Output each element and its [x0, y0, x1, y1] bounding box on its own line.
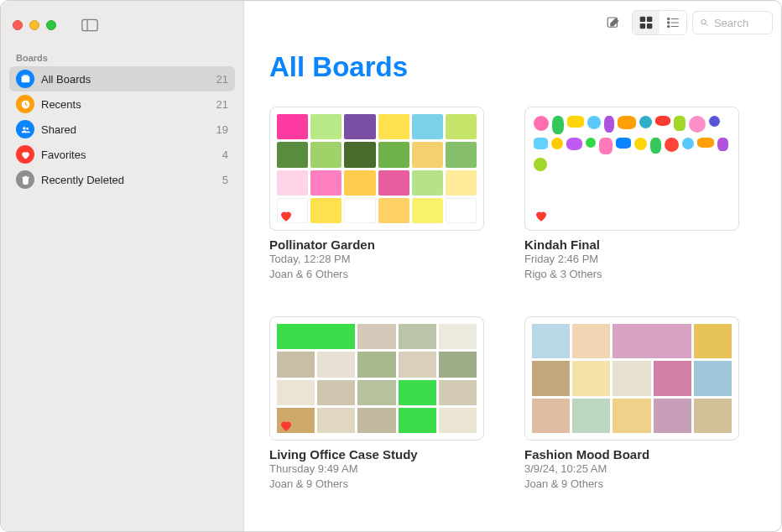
svg-rect-12	[640, 24, 644, 29]
sidebar-item-count: 4	[222, 149, 228, 161]
content-scroll[interactable]: All Boards Pol	[244, 44, 781, 531]
svg-rect-13	[648, 24, 652, 29]
thumbnail-art	[530, 112, 733, 225]
svg-point-18	[668, 25, 670, 27]
board-thumbnail	[524, 107, 739, 231]
board-card[interactable]: Kindah Final Friday 2:46 PM Rigo & 3 Oth…	[524, 107, 739, 281]
svg-point-20	[701, 19, 706, 23]
boards-grid: Pollinator Garden Today, 12:28 PM Joan &…	[269, 107, 756, 491]
sidebar-item-label: Favorites	[41, 149, 86, 161]
board-title: Fashion Mood Board	[524, 447, 739, 462]
svg-point-14	[668, 18, 670, 19]
board-thumbnail	[524, 316, 739, 441]
board-thumbnail	[269, 107, 484, 231]
board-title: Living Office Case Study	[269, 447, 484, 462]
thumbnail-art	[277, 114, 477, 223]
compose-icon	[606, 15, 621, 30]
page-title: All Boards	[269, 51, 756, 83]
board-participants: Joan & 6 Others	[269, 267, 484, 282]
close-window-button[interactable]	[13, 20, 23, 30]
board-timestamp: Thursday 9:49 AM	[269, 462, 484, 477]
sidebar-item-recents[interactable]: Recents 21	[9, 91, 235, 117]
board-title: Pollinator Garden	[269, 237, 484, 252]
board-timestamp: 3/9/24, 10:25 AM	[524, 462, 739, 477]
people-icon	[16, 120, 34, 138]
search-input[interactable]	[714, 17, 765, 29]
view-switcher	[632, 10, 687, 35]
board-participants: Joan & 9 Others	[524, 477, 739, 492]
app-window: Boards All Boards 21 Recents 21	[0, 0, 782, 532]
clock-icon	[16, 95, 34, 113]
sidebar-item-recently-deleted[interactable]: Recently Deleted 5	[9, 167, 235, 192]
zoom-window-button[interactable]	[46, 20, 56, 30]
sidebar-item-count: 19	[216, 123, 228, 136]
favorite-badge-icon	[534, 208, 549, 223]
sidebar-item-count: 5	[222, 174, 228, 186]
search-icon	[700, 17, 709, 29]
sidebar-item-count: 21	[216, 98, 228, 111]
svg-rect-11	[648, 17, 652, 21]
window-controls	[13, 20, 56, 30]
boards-icon	[16, 70, 34, 88]
sidebar-item-count: 21	[216, 73, 228, 86]
titlebar	[1, 6, 243, 44]
board-participants: Rigo & 3 Others	[524, 267, 739, 282]
sidebar-item-favorites[interactable]: Favorites 4	[9, 142, 235, 167]
svg-rect-8	[22, 176, 29, 177]
board-card[interactable]: Fashion Mood Board 3/9/24, 10:25 AM Joan…	[524, 316, 739, 491]
favorite-badge-icon	[279, 418, 294, 433]
toggle-sidebar-button[interactable]	[76, 14, 103, 36]
sidebar: Boards All Boards 21 Recents 21	[1, 1, 244, 531]
thumbnail-art	[277, 324, 477, 433]
sidebar-icon	[81, 18, 98, 32]
board-card[interactable]: Living Office Case Study Thursday 9:49 A…	[269, 316, 484, 491]
sidebar-item-shared[interactable]: Shared 19	[9, 117, 235, 142]
minimize-window-button[interactable]	[29, 20, 39, 30]
svg-rect-7	[23, 177, 29, 184]
svg-line-21	[706, 23, 708, 26]
favorite-badge-icon	[279, 208, 294, 223]
grid-icon	[639, 15, 654, 30]
svg-rect-0	[82, 19, 97, 30]
toolbar	[244, 1, 781, 44]
svg-rect-10	[640, 17, 644, 21]
sidebar-item-label: All Boards	[41, 73, 91, 86]
sidebar-section-header: Boards	[1, 44, 243, 66]
heart-icon	[16, 145, 34, 164]
board-participants: Joan & 9 Others	[269, 477, 484, 492]
sidebar-item-label: Recents	[41, 98, 81, 111]
svg-point-5	[23, 127, 25, 129]
search-field[interactable]	[692, 11, 773, 34]
svg-rect-3	[23, 75, 29, 76]
svg-point-16	[668, 22, 670, 23]
sidebar-item-all-boards[interactable]: All Boards 21	[9, 66, 235, 91]
list-icon	[665, 15, 680, 30]
trash-icon	[16, 170, 34, 189]
board-thumbnail	[269, 316, 484, 441]
main-area: All Boards Pol	[244, 1, 781, 531]
board-timestamp: Friday 2:46 PM	[524, 252, 739, 267]
sidebar-item-label: Shared	[41, 123, 76, 136]
sidebar-item-label: Recently Deleted	[41, 174, 124, 186]
new-board-button[interactable]	[600, 11, 627, 34]
board-card[interactable]: Pollinator Garden Today, 12:28 PM Joan &…	[269, 107, 484, 281]
thumbnail-art	[532, 324, 732, 433]
board-title: Kindah Final	[524, 237, 739, 252]
board-timestamp: Today, 12:28 PM	[269, 252, 484, 267]
svg-point-6	[26, 128, 29, 130]
sidebar-nav: All Boards 21 Recents 21 Shared 19	[1, 66, 243, 192]
list-view-button[interactable]	[659, 11, 686, 34]
svg-rect-2	[21, 76, 29, 82]
grid-view-button[interactable]	[633, 11, 659, 34]
